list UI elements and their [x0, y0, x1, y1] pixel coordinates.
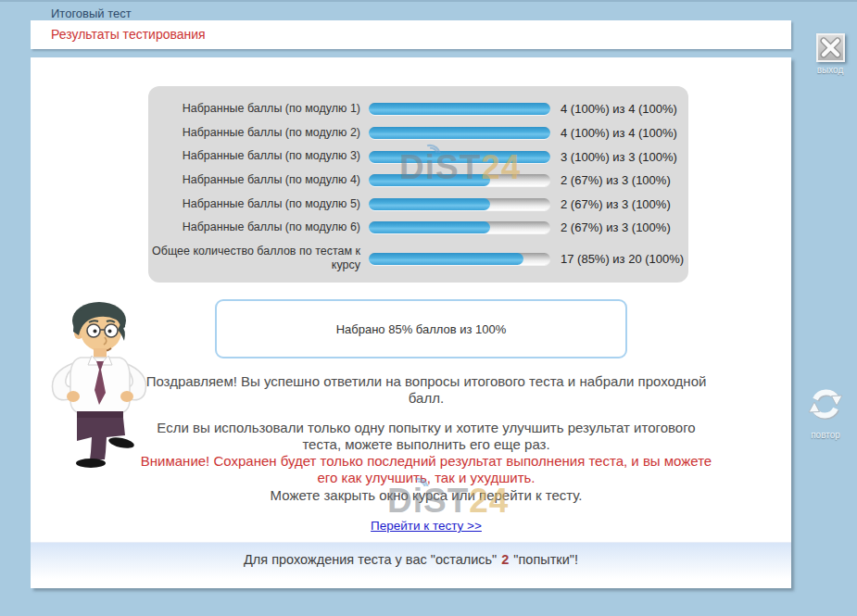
progress-bar-fill	[369, 221, 490, 233]
congrats-text: Поздравляем! Вы успешно ответили на вопр…	[139, 373, 713, 408]
score-row: Набранные баллы (по модулю 1) 4 (100%) и…	[148, 102, 688, 117]
score-row: Общее количество баллов по тестам к курс…	[148, 245, 688, 273]
score-row-value: 4 (100%) из 4 (100%)	[550, 126, 677, 140]
score-row-label: Набранные баллы (по модулю 5)	[148, 197, 369, 212]
page-title: Результаты тестирования	[31, 20, 791, 49]
score-row: Набранные баллы (по модулю 4) 2 (67%) из…	[148, 173, 688, 188]
progress-bar-fill	[369, 103, 550, 115]
header-bar: Результаты тестирования	[31, 20, 791, 49]
score-row-label: Общее количество баллов по тестам к курс…	[148, 245, 369, 273]
progress-bar	[369, 253, 550, 265]
progress-bar	[369, 221, 550, 233]
score-row: Набранные баллы (по модулю 5) 2 (67%) из…	[148, 197, 688, 212]
repeat-button[interactable]: повтор	[801, 384, 850, 440]
score-row: Набранные баллы (по модулю 3) 3 (100%) и…	[148, 149, 688, 164]
score-row-value: 17 (85%) из 20 (100%)	[550, 252, 684, 266]
exit-button-label: выход	[810, 65, 851, 75]
repeat-icon	[805, 410, 846, 426]
score-row: Набранные баллы (по модулю 6) 2 (67%) из…	[148, 220, 688, 235]
exit-button[interactable]: выход	[810, 33, 851, 75]
score-row-value: 2 (67%) из 3 (100%)	[550, 220, 671, 234]
progress-bar	[369, 127, 550, 139]
score-row: Набранные баллы (по модулю 2) 4 (100%) и…	[148, 126, 688, 141]
summary-text: Набрано 85% баллов из 100%	[336, 322, 507, 336]
page: Итоговый тест Результаты тестирования вы…	[0, 0, 857, 616]
score-row-label: Набранные баллы (по модулю 3)	[148, 149, 369, 164]
score-row-label: Набранные баллы (по модулю 2)	[148, 126, 369, 141]
progress-bar	[369, 198, 550, 210]
score-row-label: Набранные баллы (по модулю 6)	[148, 220, 369, 235]
retry-info-text: Если вы использовали только одну попытку…	[139, 420, 713, 454]
result-messages: Поздравляем! Вы успешно ответили на вопр…	[139, 373, 713, 504]
attempts-prefix: Для прохождения теста у вас "остались"	[244, 552, 497, 567]
window-title: Итоговый тест	[51, 6, 132, 20]
close-icon	[816, 33, 845, 62]
warning-text: Внимание! Сохранен будет только последни…	[139, 453, 713, 487]
score-row-value: 4 (100%) из 4 (100%)	[550, 102, 677, 116]
results-rows: Набранные баллы (по модулю 1) 4 (100%) и…	[148, 102, 688, 273]
progress-bar-fill	[369, 253, 523, 265]
score-row-value: 3 (100%) из 3 (100%)	[550, 150, 677, 164]
score-row-value: 2 (67%) из 3 (100%)	[550, 173, 671, 187]
progress-bar-fill	[369, 127, 550, 139]
results-panel: Набранные баллы (по модулю 1) 4 (100%) и…	[148, 86, 688, 283]
score-row-label: Набранные баллы (по модулю 4)	[148, 173, 369, 188]
progress-bar-fill	[369, 198, 490, 210]
score-row-value: 2 (67%) из 3 (100%)	[550, 197, 671, 211]
main-panel: Набранные баллы (по модулю 1) 4 (100%) и…	[31, 57, 791, 588]
progress-bar-fill	[369, 151, 550, 163]
progress-bar	[369, 174, 550, 186]
score-row-label: Набранные баллы (по модулю 1)	[148, 102, 369, 117]
repeat-button-label: повтор	[801, 430, 850, 440]
attempts-suffix: "попытки"!	[513, 552, 578, 567]
attempts-footer: Для прохождения теста у вас "остались"2"…	[31, 542, 791, 588]
go-to-test-link[interactable]: Перейти к тесту >>	[371, 519, 482, 533]
progress-bar	[369, 151, 550, 163]
attempts-count: 2	[501, 552, 509, 567]
progress-bar	[369, 103, 550, 115]
summary-box: Набрано 85% баллов из 100%	[215, 299, 627, 358]
progress-bar-fill	[369, 174, 490, 186]
closing-text: Можете закрыть окно курса или перейти к …	[139, 487, 713, 504]
link-row: Перейти к тесту >>	[139, 517, 713, 534]
